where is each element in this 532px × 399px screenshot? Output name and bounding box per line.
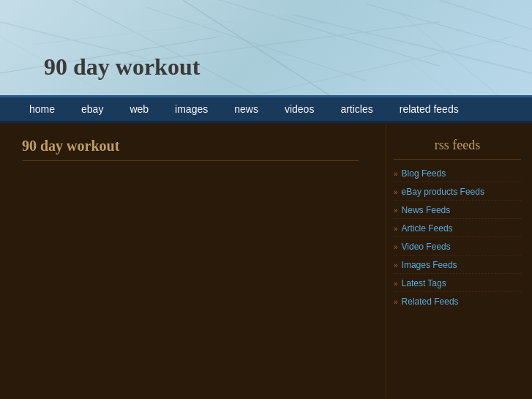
rss-link[interactable]: »Latest Tags bbox=[394, 278, 521, 292]
rss-link[interactable]: »Related Feeds bbox=[394, 297, 521, 310]
rss-link-label: Article Feeds bbox=[402, 223, 453, 234]
nav-item-articles[interactable]: articles bbox=[327, 103, 386, 115]
rss-link[interactable]: »Video Feeds bbox=[394, 242, 521, 256]
content-divider bbox=[22, 160, 359, 161]
svg-line-14 bbox=[329, 0, 454, 95]
main-nav: homeebaywebimagesnewsvideosarticlesrelat… bbox=[0, 95, 532, 123]
rss-link[interactable]: »News Feeds bbox=[394, 205, 521, 219]
rss-link[interactable]: »eBay products Feeds bbox=[394, 187, 521, 201]
page-title: 90 day workout bbox=[22, 138, 364, 154]
rss-arrow-icon: » bbox=[394, 170, 398, 178]
nav-item-images[interactable]: images bbox=[162, 103, 221, 115]
site-title: 90 day workout bbox=[44, 53, 200, 81]
rss-link[interactable]: »Blog Feeds bbox=[394, 168, 521, 182]
svg-line-10 bbox=[256, 37, 512, 95]
rss-link-label: eBay products Feeds bbox=[402, 187, 484, 197]
sidebar: rss feeds »Blog Feeds»eBay products Feed… bbox=[386, 123, 532, 399]
rss-link-label: Latest Tags bbox=[402, 278, 446, 288]
nav-item-web[interactable]: web bbox=[116, 103, 162, 115]
header-decoration bbox=[0, 0, 532, 95]
svg-line-7 bbox=[37, 15, 293, 44]
rss-link-label: Video Feeds bbox=[402, 242, 451, 252]
rss-link-label: News Feeds bbox=[402, 205, 451, 215]
svg-line-3 bbox=[220, 0, 439, 66]
nav-item-ebay[interactable]: ebay bbox=[68, 103, 116, 115]
rss-divider bbox=[394, 159, 521, 160]
rss-arrow-icon: » bbox=[394, 188, 398, 196]
rss-arrow-icon: » bbox=[394, 280, 398, 288]
svg-line-13 bbox=[402, 15, 498, 95]
svg-line-6 bbox=[439, 0, 532, 29]
main-content: 90 day workout rss feeds »Blog Feeds»eBa… bbox=[0, 123, 532, 399]
rss-arrow-icon: » bbox=[394, 225, 398, 233]
nav-item-related-feeds[interactable]: related feeds bbox=[386, 103, 472, 115]
nav-item-news[interactable]: news bbox=[221, 103, 271, 115]
rss-links-container: »Blog Feeds»eBay products Feeds»News Fee… bbox=[394, 168, 521, 310]
rss-feeds-title: rss feeds bbox=[394, 138, 521, 153]
header-background bbox=[0, 0, 532, 95]
svg-line-12 bbox=[183, 0, 329, 95]
svg-line-5 bbox=[366, 4, 532, 51]
rss-arrow-icon: » bbox=[394, 261, 398, 269]
nav-item-videos[interactable]: videos bbox=[271, 103, 327, 115]
rss-link-label: Related Feeds bbox=[402, 297, 459, 307]
rss-link-label: Blog Feeds bbox=[402, 168, 446, 179]
nav-item-home[interactable]: home bbox=[15, 103, 68, 115]
rss-arrow-icon: » bbox=[394, 298, 398, 306]
rss-arrow-icon: » bbox=[394, 243, 398, 251]
rss-link[interactable]: »Article Feeds bbox=[394, 223, 521, 237]
rss-link-label: Images Feeds bbox=[402, 260, 457, 270]
rss-arrow-icon: » bbox=[394, 206, 398, 215]
rss-link[interactable]: »Images Feeds bbox=[394, 260, 521, 274]
content-area: 90 day workout bbox=[0, 123, 386, 399]
site-header: 90 day workout bbox=[0, 0, 532, 95]
